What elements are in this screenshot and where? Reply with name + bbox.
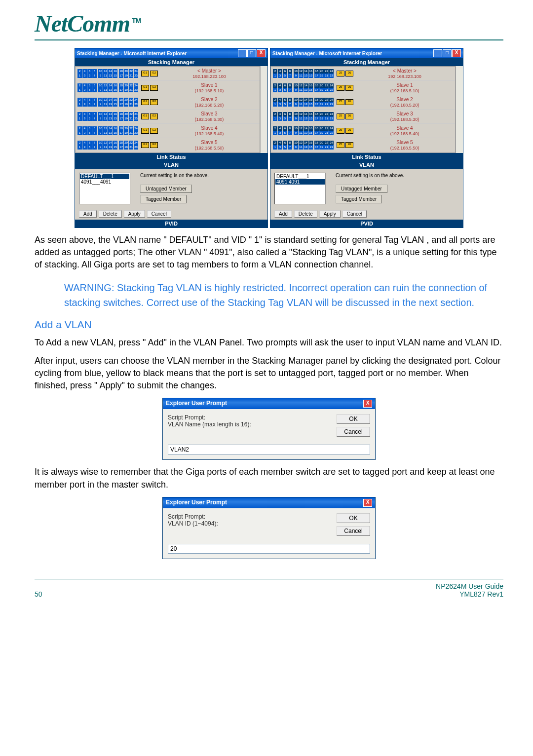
- port[interactable]: 17: [314, 116, 319, 121]
- port[interactable]: 11: [299, 88, 303, 92]
- port[interactable]: 18: [119, 69, 123, 74]
- port[interactable]: 17: [314, 145, 319, 150]
- giga-port[interactable]: 25: [337, 71, 344, 76]
- port[interactable]: 17: [314, 102, 319, 107]
- port[interactable]: 16: [308, 98, 313, 102]
- port[interactable]: 18: [314, 141, 319, 145]
- port[interactable]: 20: [319, 126, 324, 131]
- port[interactable]: 10: [98, 112, 103, 116]
- tagged-member-legend[interactable]: Tagged Member: [336, 195, 382, 203]
- port[interactable]: 8: [92, 69, 97, 74]
- delete-button[interactable]: Delete: [99, 210, 122, 218]
- scrollbar[interactable]: [456, 66, 463, 153]
- port[interactable]: 12: [299, 141, 303, 145]
- port[interactable]: 4: [278, 83, 282, 88]
- port[interactable]: 1: [273, 131, 277, 135]
- port[interactable]: 8: [288, 141, 292, 145]
- port[interactable]: 17: [119, 131, 123, 135]
- port[interactable]: 15: [113, 116, 117, 121]
- giga-port[interactable]: 26: [345, 99, 353, 105]
- port[interactable]: 4: [278, 141, 282, 145]
- port[interactable]: 8: [92, 112, 97, 116]
- port[interactable]: 22: [129, 112, 133, 116]
- port[interactable]: 3: [278, 102, 282, 107]
- port[interactable]: 2: [77, 83, 82, 88]
- port[interactable]: 24: [134, 69, 138, 74]
- port[interactable]: 15: [308, 88, 313, 92]
- port[interactable]: 6: [283, 112, 287, 116]
- port[interactable]: 12: [299, 112, 303, 116]
- port[interactable]: 2: [273, 126, 277, 131]
- vlan-list[interactable]: DEFAULT___1 4091 4091: [274, 173, 326, 204]
- port[interactable]: 23: [329, 145, 334, 150]
- port[interactable]: 16: [308, 69, 313, 74]
- port[interactable]: 1: [273, 116, 277, 121]
- port[interactable]: 4: [278, 98, 282, 102]
- port[interactable]: 16: [113, 83, 117, 88]
- port[interactable]: 4: [82, 69, 87, 74]
- port[interactable]: 22: [129, 98, 133, 102]
- port[interactable]: 12: [299, 69, 303, 74]
- port[interactable]: 5: [87, 102, 92, 107]
- cancel-button[interactable]: Cancel: [343, 210, 367, 218]
- giga-port[interactable]: G1: [141, 85, 149, 91]
- vlan-item-4091[interactable]: 4091___4091: [80, 179, 129, 185]
- port[interactable]: 17: [314, 131, 319, 135]
- port[interactable]: 9: [98, 74, 103, 78]
- port[interactable]: 2: [273, 112, 277, 116]
- port[interactable]: 16: [308, 83, 313, 88]
- port[interactable]: 16: [308, 126, 313, 131]
- port[interactable]: 23: [134, 116, 138, 121]
- port[interactable]: 18: [119, 141, 123, 145]
- port[interactable]: 20: [319, 112, 324, 116]
- giga-port[interactable]: 26: [345, 128, 353, 134]
- port[interactable]: 12: [103, 98, 108, 102]
- port[interactable]: 18: [314, 83, 319, 88]
- port[interactable]: 6: [87, 141, 92, 145]
- port[interactable]: 11: [103, 88, 108, 92]
- port[interactable]: 14: [108, 112, 113, 116]
- port[interactable]: 19: [124, 102, 128, 107]
- port[interactable]: 7: [288, 116, 292, 121]
- port[interactable]: 2: [77, 69, 82, 74]
- port[interactable]: 18: [119, 112, 123, 116]
- port[interactable]: 1: [273, 88, 277, 92]
- port[interactable]: 13: [304, 116, 308, 121]
- giga-port[interactable]: G1: [141, 128, 149, 134]
- port[interactable]: 21: [129, 102, 133, 107]
- close-icon[interactable]: X: [452, 49, 461, 57]
- port[interactable]: 18: [314, 98, 319, 102]
- port[interactable]: 23: [329, 116, 334, 121]
- port[interactable]: 23: [329, 102, 334, 107]
- port[interactable]: 6: [283, 141, 287, 145]
- port[interactable]: 4: [278, 126, 282, 131]
- port[interactable]: 6: [87, 69, 92, 74]
- port[interactable]: 17: [119, 102, 123, 107]
- port[interactable]: 12: [103, 69, 108, 74]
- port[interactable]: 3: [82, 88, 87, 92]
- port[interactable]: 24: [329, 112, 334, 116]
- port[interactable]: 20: [319, 141, 324, 145]
- port[interactable]: 20: [124, 69, 128, 74]
- port[interactable]: 12: [299, 98, 303, 102]
- port[interactable]: 2: [77, 126, 82, 131]
- port[interactable]: 9: [98, 145, 103, 150]
- close-icon[interactable]: X: [363, 400, 372, 408]
- port[interactable]: 15: [113, 102, 117, 107]
- port[interactable]: 17: [119, 145, 123, 150]
- port[interactable]: 19: [319, 88, 324, 92]
- cancel-button[interactable]: Cancel: [337, 427, 370, 437]
- port[interactable]: 14: [108, 141, 113, 145]
- port[interactable]: 10: [294, 141, 298, 145]
- port[interactable]: 10: [294, 112, 298, 116]
- port[interactable]: 9: [294, 74, 298, 78]
- port[interactable]: 13: [108, 116, 113, 121]
- port[interactable]: 18: [119, 83, 123, 88]
- port[interactable]: 15: [113, 74, 117, 78]
- port[interactable]: 5: [87, 88, 92, 92]
- port[interactable]: 15: [308, 131, 313, 135]
- port[interactable]: 3: [278, 74, 282, 78]
- port[interactable]: 24: [329, 126, 334, 131]
- port[interactable]: 4: [278, 112, 282, 116]
- port[interactable]: 22: [324, 141, 329, 145]
